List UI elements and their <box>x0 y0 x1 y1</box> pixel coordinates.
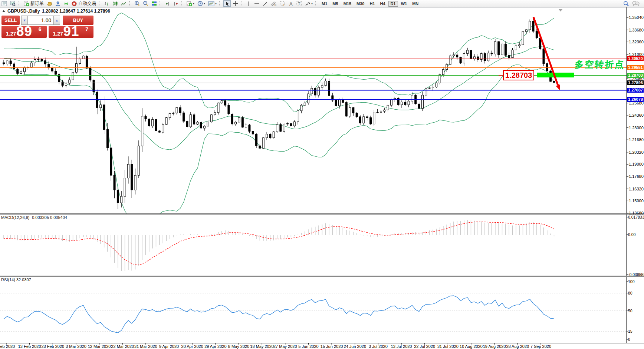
indicator-tick-label: 0.00 <box>628 232 635 237</box>
date-tick-label: Feb 2020 <box>0 344 15 349</box>
date-tick-label: 12 Mar 2020 <box>88 344 111 349</box>
date-tick-label: 27 May 2020 <box>273 344 297 349</box>
price-tick-label: 1.19000 <box>629 162 644 166</box>
date-tick-label: 18 May 2020 <box>250 344 274 349</box>
date-tick-label: 28 Aug 2020 <box>506 344 529 349</box>
date-tick-label: 31 Jul 2020 <box>437 344 459 349</box>
price-tick-label: 1.21680 <box>629 137 644 142</box>
sell-price-point: 6 <box>39 26 42 32</box>
date-tick-label: 29 Apr 2020 <box>204 344 226 349</box>
date-tick-label: 3 Mar 2020 <box>66 344 86 349</box>
price-tick-label: 1.20320 <box>629 150 644 154</box>
price-tick-label: 1.33680 <box>629 28 644 32</box>
date-tick-label: 8 May 2020 <box>228 344 249 349</box>
rsi-indicator-label: RSI(14) 32.0307 <box>1 277 31 282</box>
date-tick-label: 24 Jun 2020 <box>344 344 366 349</box>
price-level-label: 1.30520 <box>627 56 644 61</box>
chart-shift-marker-icon[interactable] <box>558 9 563 11</box>
volume-increase-button[interactable]: ▲ <box>53 16 60 25</box>
date-tick-label: 19 Aug 2020 <box>483 344 506 349</box>
indicator-tick-label: 0.017833 <box>628 215 644 219</box>
date-tick-label: 9 Apr 2020 <box>159 344 179 349</box>
price-tick-label: 1.15000 <box>629 199 644 203</box>
indicator-tick-label: 15 <box>628 329 632 333</box>
date-tick-label: 3 Jul 2020 <box>369 344 388 349</box>
date-tick-label: 5 Jun 2020 <box>298 344 318 349</box>
price-tick-label: 1.24360 <box>629 113 644 117</box>
price-callout-pointer <box>499 75 503 76</box>
one-click-trading-panel: SELL ▼ 1.00 ▲ BUY 1.27 89 6 1.27 91 7 <box>1 16 93 38</box>
macd-pane-divider[interactable] <box>0 213 644 215</box>
buy-price-point: 7 <box>85 26 88 32</box>
macd-indicator-label: MACD(12,26,9) -0.003305 0.005404 <box>1 215 67 220</box>
indicator-tick-label: 0 <box>628 337 630 342</box>
date-tick-label: 10 Aug 2020 <box>460 344 483 349</box>
turning-point-annotation[interactable]: 多空转折点 <box>574 59 625 70</box>
price-callout-label[interactable]: 1.28703 <box>503 70 534 80</box>
symbol-period-label: GBPUSD-,Daily <box>7 9 40 14</box>
price-level-label: 1.27896 <box>627 80 644 85</box>
indicator-tick-label: 80 <box>628 291 632 295</box>
mt4-terminal-window: 新订单 自动交易 <box>0 0 644 349</box>
date-tick-label: 15 Jun 2020 <box>321 344 343 349</box>
date-tick-label: 20 Apr 2020 <box>181 344 203 349</box>
price-tick-label: 1.16320 <box>629 187 644 191</box>
price-tick-label: 1.17680 <box>629 174 644 179</box>
price-level-label: 1.29551 <box>627 65 644 70</box>
date-tick-label: 13 Jul 2020 <box>391 344 412 349</box>
chart-canvas[interactable] <box>0 0 644 349</box>
ohlc-values: 1.28082 1.28647 1.27614 1.27896 <box>42 9 110 14</box>
price-level-label: 1.27087 <box>627 88 644 93</box>
sell-price-display[interactable]: 1.27 89 6 <box>1 26 47 38</box>
date-tick-label: 23 Feb 2020 <box>41 344 64 349</box>
price-tick-label: 1.35040 <box>629 15 644 20</box>
price-tick-label: 1.23000 <box>629 126 644 130</box>
buy-price-pips: 91 <box>63 24 79 39</box>
date-tick-label: 13 Feb 2020 <box>18 344 41 349</box>
price-tick-label: 1.32360 <box>629 40 644 44</box>
date-tick-label: 31 Mar 2020 <box>134 344 157 349</box>
date-tick-label: 22 Jul 2020 <box>414 344 435 349</box>
sell-price-prefix: 1.27 <box>6 31 16 37</box>
price-level-label: 1.26078 <box>627 97 644 102</box>
quote-line: GBPUSD-,Daily 1.28082 1.28647 1.27614 1.… <box>2 9 110 14</box>
indicator-tick-label: 100 <box>628 279 635 284</box>
date-tick-label: 22 Mar 2020 <box>111 344 134 349</box>
indicator-tick-label: 50 <box>628 309 632 313</box>
rsi-pane-divider[interactable] <box>0 276 644 277</box>
collapse-panel-icon[interactable] <box>2 10 5 12</box>
buy-price-prefix: 1.27 <box>53 31 63 37</box>
indicator-tick-label: -0.038559 <box>628 272 644 277</box>
price-level-label: 1.28703 <box>627 73 644 78</box>
buy-price-display[interactable]: 1.27 91 7 <box>49 26 94 38</box>
date-tick-label: 7 Sep 2020 <box>530 344 551 349</box>
sell-price-pips: 89 <box>16 24 32 39</box>
